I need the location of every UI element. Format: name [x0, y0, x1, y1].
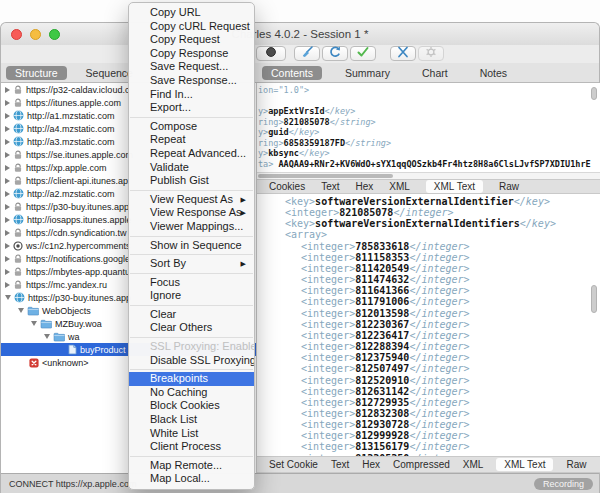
disclosure-right-icon[interactable] — [5, 126, 10, 132]
disclosure-right-icon[interactable] — [5, 139, 10, 145]
xml-tag: <integer> — [301, 408, 355, 419]
menu-item-clear-others[interactable]: Clear Others — [129, 321, 254, 335]
disclosure-right-icon[interactable] — [5, 87, 10, 93]
disclosure-right-icon[interactable] — [5, 113, 10, 119]
response-vscroll-thumb[interactable] — [591, 285, 597, 313]
disclosure-right-icon[interactable] — [5, 100, 10, 106]
request-tab-cookies[interactable]: Cookies — [269, 181, 305, 192]
xml-tag: <array> — [285, 229, 327, 240]
disclosure-right-icon[interactable] — [5, 152, 10, 158]
lock-icon — [13, 85, 23, 95]
disclosure-right-icon[interactable] — [5, 230, 10, 236]
disclosure-right-icon[interactable] — [5, 217, 10, 223]
toolbar-validate-button[interactable] — [350, 46, 376, 61]
disclosure-right-icon[interactable] — [5, 191, 10, 197]
tab-contents[interactable]: Contents — [262, 66, 322, 80]
menu-item-no-caching[interactable]: No Caching — [129, 386, 254, 400]
menu-item-export[interactable]: Export... — [129, 101, 254, 115]
menu-item-sort-by[interactable]: Sort By▶ — [129, 257, 254, 271]
menu-item-clear[interactable]: Clear — [129, 308, 254, 322]
toolbar-settings-button[interactable] — [418, 46, 444, 61]
menu-item-focus[interactable]: Focus — [129, 276, 254, 290]
menu-item-map-local[interactable]: Map Local... — [129, 472, 254, 486]
menu-item-white-list[interactable]: White List — [129, 427, 254, 441]
menu-item-repeat[interactable]: Repeat — [129, 133, 254, 147]
xml-line: <integer>821085078</integer> — [257, 207, 600, 218]
response-tab-hex[interactable]: Hex — [362, 459, 380, 470]
menu-item-breakpoints[interactable]: Breakpoints — [129, 372, 254, 386]
menu-item-map-remote[interactable]: Map Remote... — [129, 459, 254, 473]
menu-item-black-list[interactable]: Black List — [129, 413, 254, 427]
request-vscroll-thumb[interactable] — [591, 87, 597, 100]
menu-item-view-response-as[interactable]: View Response As▶ — [129, 206, 254, 220]
tools-icon — [396, 44, 410, 62]
globe-icon — [14, 292, 25, 303]
menu-item-copy-curl-request[interactable]: Copy cURL Request — [129, 20, 254, 34]
toolbar-clear-session-button[interactable] — [294, 46, 320, 61]
menu-item-repeat-advanced[interactable]: Repeat Advanced... — [129, 147, 254, 161]
toolbar-record-button[interactable] — [256, 46, 286, 61]
request-hscroll-thumb[interactable] — [258, 174, 393, 178]
tree-row-label: buyProduct — [80, 345, 126, 355]
error-icon — [29, 358, 39, 368]
menu-item-compose[interactable]: Compose — [129, 120, 254, 134]
xml-line: y>guid</key> — [258, 127, 600, 138]
response-tab-compressed[interactable]: Compressed — [393, 459, 450, 470]
menu-item-ignore[interactable]: Ignore — [129, 289, 254, 303]
response-tab-xml[interactable]: XML — [463, 459, 484, 470]
disclosure-down-icon[interactable] — [44, 334, 50, 339]
request-tab-text[interactable]: Text — [321, 181, 339, 192]
xml-tag: <integer> — [301, 397, 355, 408]
tab-summary[interactable]: Summary — [336, 66, 399, 80]
tab-notes[interactable]: Notes — [471, 66, 516, 80]
menu-item-label: Focus — [150, 276, 180, 288]
request-tab-raw[interactable]: Raw — [499, 181, 519, 192]
response-tab-set-cookie[interactable]: Set Cookie — [269, 459, 318, 470]
disclosure-right-icon[interactable] — [5, 165, 10, 171]
menu-item-show-in-sequence[interactable]: Show in Sequence — [129, 239, 254, 253]
disclosure-right-icon[interactable] — [5, 243, 10, 249]
disclosure-right-icon[interactable] — [5, 178, 10, 184]
menu-item-view-request-as[interactable]: View Request As▶ — [129, 193, 254, 207]
menu-item-copy-url[interactable]: Copy URL — [129, 6, 254, 20]
disclosure-right-icon[interactable] — [5, 204, 10, 210]
menu-item-label: Clear Others — [150, 321, 212, 333]
tab-chart[interactable]: Chart — [413, 66, 457, 80]
request-tab-hex[interactable]: Hex — [355, 181, 373, 192]
xml-tag: </string> — [330, 117, 376, 127]
response-tab-raw[interactable]: Raw — [566, 459, 586, 470]
toolbar-tools-button[interactable] — [390, 46, 416, 61]
menu-item-save-response[interactable]: Save Response... — [129, 74, 254, 88]
menu-item-find-in[interactable]: Find In... — [129, 88, 254, 102]
menu-item-label: Block Cookies — [150, 399, 220, 411]
disclosure-right-icon[interactable] — [5, 282, 10, 288]
menu-item-block-cookies[interactable]: Block Cookies — [129, 399, 254, 413]
toolbar-repeat-button[interactable] — [322, 46, 348, 61]
xml-value: AAQAA9+RNr2+KV6WdO+sYX1qqQOSzkb4Fr4htz8H… — [278, 159, 590, 169]
xml-tag: <integer> — [301, 241, 355, 252]
xml-value: 821085078 — [339, 207, 393, 218]
disclosure-down-icon[interactable] — [5, 295, 11, 300]
disclosure-down-icon[interactable] — [31, 321, 37, 326]
disclosure-right-icon[interactable] — [5, 269, 10, 275]
request-tab-xml[interactable]: XML — [389, 181, 410, 192]
menu-item-copy-response[interactable]: Copy Response — [129, 47, 254, 61]
menu-item-publish-gist[interactable]: Publish Gist — [129, 174, 254, 188]
menu-item-label: White List — [150, 427, 198, 439]
menu-item-viewer-mappings[interactable]: Viewer Mappings... — [129, 220, 254, 234]
recording-badge[interactable]: Recording — [534, 478, 593, 490]
menu-item-copy-request[interactable]: Copy Request — [129, 33, 254, 47]
menu-item-label: Copy cURL Request — [150, 20, 250, 32]
xml-tag: </key> — [289, 127, 320, 137]
tab-structure[interactable]: Structure — [6, 66, 67, 80]
request-tab-xml-text[interactable]: XML Text — [426, 180, 483, 193]
disclosure-right-icon[interactable] — [5, 256, 10, 262]
tree-row-label: https://se.itunes.apple.com — [26, 150, 133, 160]
menu-item-save-request[interactable]: Save Request... — [129, 60, 254, 74]
menu-item-disable-ssl-proxying[interactable]: Disable SSL Proxying — [129, 354, 254, 368]
response-tab-text[interactable]: Text — [331, 459, 349, 470]
disclosure-down-icon[interactable] — [18, 308, 24, 313]
menu-item-client-process[interactable]: Client Process — [129, 440, 254, 454]
response-tab-xml-text[interactable]: XML Text — [496, 458, 553, 471]
menu-item-validate[interactable]: Validate — [129, 161, 254, 175]
